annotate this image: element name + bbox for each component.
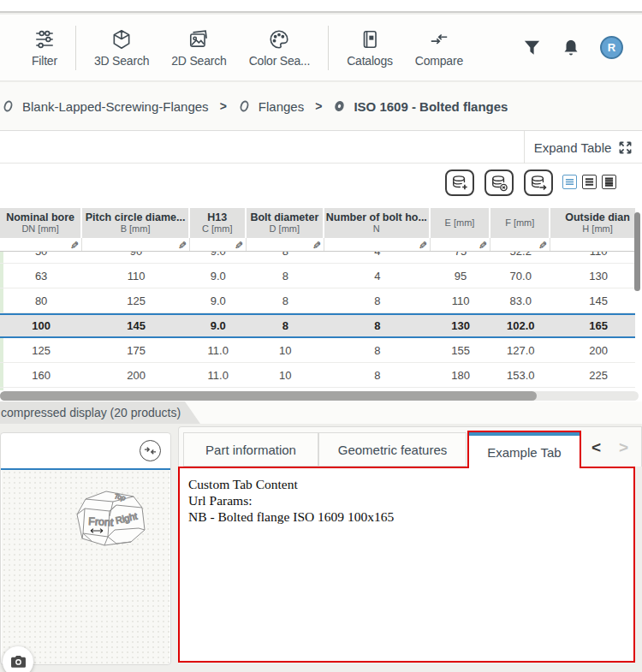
tab-example-tab[interactable]: Example Tab — [467, 431, 581, 468]
vertical-scrollbar[interactable] — [634, 209, 640, 348]
column-header-b-mm[interactable]: Pitch circle diame...B [mm] — [82, 208, 188, 238]
column-header-d-mm[interactable]: Bolt diameterD [mm] — [247, 208, 323, 238]
table-cell: 80 — [0, 288, 82, 312]
column-title: Outside dian — [565, 211, 630, 223]
column-subtitle: F [mm] — [505, 217, 534, 229]
3d-viewport[interactable]: Top Front Right — [2, 470, 169, 664]
column-filter-input[interactable]: ✎ — [0, 238, 82, 251]
toolbar-separator — [75, 26, 76, 70]
table-cell: 155 — [431, 338, 491, 362]
breadcrumb-item-flanges[interactable]: Flanges — [238, 99, 304, 114]
table-cell: 200 — [82, 363, 190, 387]
table-row[interactable]: 1001459.088130102.0165 — [0, 313, 635, 338]
table-cell: 9.0 — [190, 252, 247, 263]
collapse-panel-button[interactable] — [140, 440, 161, 461]
remove-from-database-button[interactable] — [484, 169, 514, 196]
edit-pencil-icon[interactable]: ✎ — [178, 241, 187, 251]
edit-pencil-icon[interactable]: ✎ — [312, 241, 321, 251]
table-cell: 95 — [431, 264, 491, 288]
toolbar-items: Filter3D Search2D SearchColor Sea...Cata… — [0, 26, 474, 70]
column-filter-input[interactable]: ✎ — [247, 238, 324, 251]
table-cell: 130 — [550, 264, 635, 288]
breadcrumb-label: ISO 1609 - Bolted flanges — [354, 99, 508, 114]
tabs-scroll-left-icon[interactable]: < — [591, 438, 601, 457]
tab-label: Part information — [205, 443, 296, 457]
column-title: Number of bolt ho... — [326, 211, 427, 223]
edit-pencil-icon[interactable]: ✎ — [70, 241, 79, 251]
column-filter-input[interactable]: ✎ — [190, 238, 247, 251]
expand-table-button[interactable]: Expand Table — [524, 131, 642, 164]
table-cell: 165 — [550, 315, 635, 336]
table-cell: 8 — [247, 315, 324, 336]
column-subtitle: C [mm] — [202, 223, 232, 235]
table-row[interactable]: 50909.0847552.2110 — [0, 252, 635, 264]
add-to-database-button[interactable] — [445, 169, 474, 196]
column-filter-input[interactable]: ✎ — [490, 238, 550, 251]
horizontal-scrollbar[interactable] — [0, 391, 639, 401]
toolbar-compare[interactable]: Compare — [404, 27, 474, 68]
table-cell: 75 — [431, 252, 491, 263]
image-icon — [187, 27, 210, 51]
user-avatar[interactable]: R — [600, 36, 623, 59]
table-row[interactable]: 20026011.01012240204.0285 — [0, 388, 635, 390]
table-footer: compressed display (20 products) — [0, 401, 642, 424]
breadcrumb-item-iso-1609-bolted-flanges[interactable]: ISO 1609 - Bolted flanges — [333, 99, 508, 114]
column-filter-input[interactable]: ✎ — [82, 238, 190, 251]
table-row[interactable]: 801259.08811083.0145 — [0, 288, 635, 313]
toolbar-right: R — [522, 36, 642, 59]
toolbar-color-sea[interactable]: Color Sea... — [238, 27, 322, 68]
breadcrumb-item-blank-lapped-screwing-flanges[interactable]: Blank-Lapped-Screwing-Flanges — [2, 99, 209, 114]
column-header-n[interactable]: Number of bolt ho...N — [324, 208, 429, 238]
tabs-scroll-right-icon[interactable]: > — [619, 438, 628, 457]
notifications-bell-icon[interactable] — [561, 38, 581, 58]
column-filter-input[interactable]: ✎ — [324, 238, 431, 251]
column-header-f-mm[interactable]: F [mm] — [490, 208, 549, 238]
edit-pencil-icon[interactable]: ✎ — [538, 241, 547, 251]
table-header-row: Expand Table — [0, 131, 642, 164]
edit-pencil-icon[interactable]: ✎ — [419, 241, 427, 251]
table-cell: 10 — [247, 363, 324, 387]
screenshot-camera-button[interactable] — [3, 646, 33, 672]
expand-table-label: Expand Table — [534, 140, 612, 155]
edit-pencil-icon[interactable]: ✎ — [235, 241, 243, 251]
toolbar-item-label: 3D Search — [94, 54, 149, 68]
column-subtitle: H [mm] — [582, 223, 612, 235]
table-cell: 180 — [431, 363, 491, 387]
table-cell: 11.0 — [190, 338, 247, 362]
toolbar-3d-search[interactable]: 3D Search — [83, 27, 160, 68]
column-header-dn-mm[interactable]: Nominal boreDN [mm] — [0, 208, 80, 238]
column-header-e-mm[interactable]: E [mm] — [431, 208, 490, 238]
tab-part-information[interactable]: Part information — [183, 432, 318, 467]
column-filter-input[interactable]: ✎ — [431, 238, 491, 251]
toolbar-filter[interactable]: Filter — [21, 27, 68, 68]
toolbar-2d-search[interactable]: 2D Search — [160, 27, 237, 68]
column-subtitle: D [mm] — [270, 223, 300, 235]
table-cell: 52.2 — [490, 252, 550, 263]
column-filter-input[interactable]: ✎ — [550, 238, 635, 251]
filter-funnel-icon[interactable] — [522, 38, 542, 57]
table-row[interactable]: 631109.0849570.0130 — [0, 264, 635, 288]
table-cell: 110 — [550, 252, 635, 263]
horizontal-scrollbar-thumb[interactable] — [0, 391, 537, 401]
edit-pencil-icon[interactable]: ✎ — [479, 241, 487, 251]
tab-geometric-features[interactable]: Geometric features — [318, 432, 467, 467]
vertical-scrollbar-thumb[interactable] — [634, 212, 640, 291]
table-cell: 83.0 — [490, 288, 550, 312]
density-compact-toggle[interactable] — [562, 175, 577, 189]
toolbar-item-label: Catalogs — [347, 54, 393, 68]
column-title: Nominal bore — [6, 211, 74, 223]
density-comfortable-toggle[interactable] — [602, 175, 616, 189]
column-header-h-mm[interactable]: Outside dianH [mm] — [550, 208, 635, 238]
column-header-c-mm[interactable]: H13C [mm] — [190, 208, 245, 238]
view-cube-front-label: Front — [88, 515, 114, 529]
table-row[interactable]: 16020011.0108180153.0225 — [0, 363, 635, 388]
table-row[interactable]: 12517511.0108155127.0200 — [0, 338, 635, 363]
compressed-display-tab[interactable]: compressed display (20 products) — [0, 401, 200, 424]
toolbar-catalogs[interactable]: Catalogs — [336, 27, 404, 68]
density-medium-toggle[interactable] — [582, 175, 597, 189]
view-cube[interactable]: Top Front Right — [60, 477, 151, 568]
table-cell: 11.0 — [190, 363, 247, 387]
export-database-button[interactable] — [524, 169, 553, 196]
table-cell: 160 — [0, 363, 82, 387]
table-cell: 50 — [0, 252, 82, 263]
